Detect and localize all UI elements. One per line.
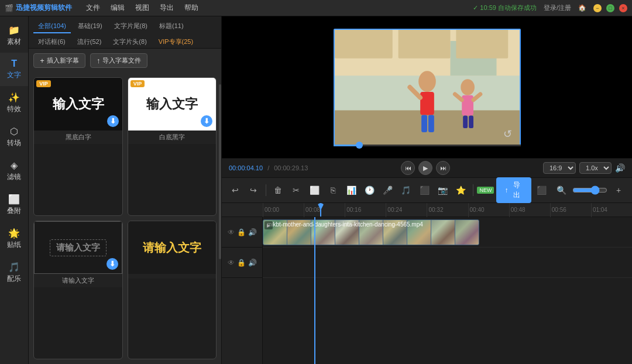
insert-subtitle-button[interactable]: + 插入新字幕 [33,53,85,68]
template-dark-white[interactable]: VIP 输入文字 ⬇ 黑底白字 [33,77,122,216]
menu-edit[interactable]: 编辑 [106,2,129,14]
download-btn-2[interactable]: ⬇ [201,115,212,127]
play-button[interactable]: ▶ [418,161,432,175]
tab-vip[interactable]: VIP专享(25) [154,36,198,48]
import-subtitle-button[interactable]: ↑ 导入字幕文件 [90,53,148,68]
video-clip[interactable]: mikbt-mother-and-daughters-inta-kitchen-… [263,219,479,245]
svg-rect-5 [456,29,508,58]
sidebar-item-effects[interactable]: ✨ 特效 [0,86,28,120]
template-text-4: 请输入文字 [143,240,201,256]
new-badge: NEW [477,187,494,194]
sidebar-item-material[interactable]: 📁 素材 [0,19,28,53]
export-label: 导出 [510,180,523,200]
sidebar-item-music[interactable]: 🎵 配乐 [0,256,28,290]
next-button[interactable]: ⏭ [436,161,450,175]
progress-line [334,145,521,146]
lock-icon-2[interactable]: 🔒 [237,259,246,267]
home-icon[interactable]: 🏠 [578,4,586,12]
progress-handle[interactable] [356,142,363,149]
export-area: NEW ↑ 导出 [477,177,531,203]
ruler-mark-5: 00:40 [468,203,509,217]
menu-file[interactable]: 文件 [81,2,105,14]
sidebar-label-overlay: 叠附 [7,206,21,216]
sidebar-label-filter: 滤镜 [7,172,21,182]
undo-button[interactable]: ↩ [226,181,243,199]
timeline-ruler: 00:00 00:08 00:16 00:24 00:32 00:40 00:4… [222,203,632,217]
volume-icon[interactable]: 🔊 [615,163,625,173]
download-btn-1[interactable]: ⬇ [107,115,119,127]
svg-rect-17 [469,115,473,128]
template-yellow[interactable]: 请输入文字 [128,221,217,359]
sidebar-label-transition: 转场 [7,138,21,148]
redo-button[interactable]: ↪ [245,181,262,199]
minimize-button[interactable]: − [593,4,602,12]
zoom-out-button[interactable]: 🔍 [552,181,570,199]
tab-basic[interactable]: 基础(19) [73,20,107,33]
tab-dialog[interactable]: 对话框(6) [33,36,70,48]
menu-export[interactable]: 导出 [155,2,178,14]
import-subtitle-label: 导入字幕文件 [102,56,141,65]
tab-title[interactable]: 标题(11) [154,20,188,33]
text-icon: T [11,59,17,69]
copy-button[interactable]: ⎘ [324,181,341,199]
ratio-select[interactable]: 16:9 [543,162,576,174]
audio-track-row [263,248,632,278]
delete-button[interactable]: 🗑 [270,181,287,199]
speaker-icon[interactable]: 🔊 [248,228,257,236]
camera-button[interactable]: 📷 [434,181,451,199]
clip-type-icon: ▶ [265,221,273,229]
sidebar-item-filter[interactable]: ◈ 滤镜 [0,154,28,188]
crop-button[interactable]: ⬜ [306,181,323,199]
menu-help[interactable]: 帮助 [180,2,203,14]
export-button[interactable]: ↑ 导出 [496,177,531,203]
speaker-icon-2[interactable]: 🔊 [248,259,257,267]
download-btn-3[interactable]: ⬇ [107,258,118,270]
ruler-mark-4: 00:32 [427,203,468,217]
audio-button[interactable]: 🎵 [397,181,414,199]
rotate-button[interactable]: ↺ [503,128,512,140]
lock-icon[interactable]: 🔒 [237,228,246,236]
sidebar: 📁 素材 T 文字 ✨ 特效 ⬡ 转场 ◈ 滤镜 ⬜ 叠附 🌟 贴纸 🎵 [0,16,29,364]
tab-all[interactable]: 全部(104) [33,20,71,33]
menu-view[interactable]: 视图 [130,2,154,14]
clock-button[interactable]: 🕐 [361,181,378,199]
transform-button[interactable]: ⬛ [416,181,433,199]
split-button[interactable]: ✂ [288,181,305,199]
user-login[interactable]: 登录/注册 [544,4,571,12]
zoom-slider[interactable] [572,186,607,195]
import-icon: ↑ [97,56,101,65]
ruler-mark-7: 00:56 [550,203,591,217]
effect-button[interactable]: ⭐ [452,181,469,199]
frame-9 [455,220,479,245]
close-button[interactable]: × [619,4,627,12]
eye-icon-2[interactable]: 👁 [228,259,235,267]
mic-button[interactable]: 🎤 [379,181,396,199]
music-icon: 🎵 [8,262,20,273]
track-controls: 👁 🔒 🔊 👁 🔒 🔊 [222,217,263,364]
zoom-in-button[interactable]: + [610,181,627,199]
sidebar-item-text[interactable]: T 文字 [0,53,28,86]
app-title: 迅捷视频剪辑软件 [16,3,72,13]
tab-popular[interactable]: 流行(52) [73,36,107,48]
scrollbar-thumb[interactable] [219,84,221,259]
sidebar-item-transition[interactable]: ⬡ 转场 [0,120,28,154]
template-white-dark[interactable]: VIP 输入文字 ⬇ 白底黑字 [128,77,217,216]
maximize-button[interactable]: □ [606,4,614,12]
zoom-select[interactable]: 1.0x [579,162,612,174]
time-current: 00:00:04.10 [229,164,263,171]
chart-button[interactable]: 📊 [343,181,360,199]
frame-8 [431,220,455,245]
transition-icon: ⬡ [10,126,18,137]
tab-text-head[interactable]: 文字片头(8) [108,36,151,48]
tab-text-end[interactable]: 文字片尾(8) [109,20,152,33]
sidebar-item-overlay[interactable]: ⬜ 叠附 [0,188,28,222]
fit-button[interactable]: ⬛ [533,181,550,199]
eye-icon[interactable]: 👁 [228,228,235,236]
ruler-mark-2: 00:16 [345,203,386,217]
template-input[interactable]: 请输入文字 ⬇ 请输入文字 [33,221,122,359]
prev-button[interactable]: ⏮ [401,161,415,175]
svg-rect-11 [428,115,434,132]
sidebar-item-sticker[interactable]: 🌟 贴纸 [0,222,28,256]
svg-rect-13 [462,95,473,116]
time-total: 00:00:29.13 [274,164,308,171]
